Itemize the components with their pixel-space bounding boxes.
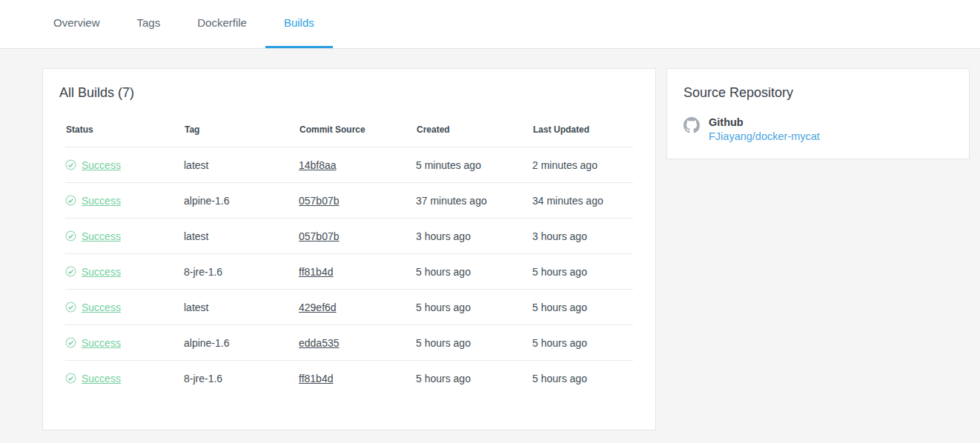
check-circle-icon <box>65 302 76 313</box>
build-created: 5 minutes ago <box>416 147 532 183</box>
commit-link[interactable]: ff81b4d <box>299 266 333 278</box>
check-circle-icon <box>65 159 76 170</box>
build-status-link[interactable]: Success <box>82 159 121 171</box>
tab-bar: Overview Tags Dockerfile Builds <box>0 0 980 49</box>
build-updated: 5 hours ago <box>532 361 633 396</box>
check-circle-icon <box>65 337 76 348</box>
build-created: 3 hours ago <box>416 219 532 254</box>
build-status-link[interactable]: Success <box>82 230 121 242</box>
check-circle-icon <box>65 266 76 277</box>
build-tag: latest <box>184 147 299 183</box>
build-created: 5 hours ago <box>416 361 532 396</box>
column-header-commit: Commit Source <box>299 124 416 147</box>
build-created: 5 hours ago <box>416 254 532 290</box>
source-repository-title: Source Repository <box>683 85 953 101</box>
source-repository-panel: Source Repository Github FJiayang/docker… <box>666 68 970 159</box>
repo-info: Github FJiayang/docker-mycat <box>709 116 820 142</box>
build-created: 5 hours ago <box>416 325 532 361</box>
check-circle-icon <box>65 195 76 206</box>
tab-builds[interactable]: Builds <box>265 0 333 48</box>
build-status-link[interactable]: Success <box>82 302 121 313</box>
repo-provider-label: Github <box>709 116 820 128</box>
repo-link[interactable]: FJiayang/docker-mycat <box>709 130 820 142</box>
build-tag: 8-jre-1.6 <box>184 361 299 396</box>
build-updated: 2 minutes ago <box>532 147 633 183</box>
github-icon <box>683 117 700 133</box>
build-updated: 5 hours ago <box>532 290 633 325</box>
tab-overview[interactable]: Overview <box>35 0 119 48</box>
table-row: Success 8-jre-1.6 ff81b4d 5 hours ago 5 … <box>65 361 633 396</box>
tab-dockerfile[interactable]: Dockerfile <box>179 0 265 48</box>
table-row: Success alpine-1.6 057b07b 37 minutes ag… <box>65 183 633 219</box>
tab-tags[interactable]: Tags <box>119 0 179 48</box>
build-updated: 3 hours ago <box>532 219 633 254</box>
column-header-status: Status <box>65 124 184 147</box>
build-updated: 5 hours ago <box>532 325 633 361</box>
build-updated: 5 hours ago <box>532 254 633 290</box>
build-status-link[interactable]: Success <box>82 373 121 384</box>
table-row: Success latest 057b07b 3 hours ago 3 hou… <box>65 219 633 254</box>
column-header-updated: Last Updated <box>532 124 633 147</box>
build-tag: latest <box>184 219 299 254</box>
build-tag: 8-jre-1.6 <box>184 254 299 290</box>
commit-link[interactable]: edda535 <box>299 337 340 349</box>
panel-title: All Builds (7) <box>59 85 639 101</box>
build-created: 5 hours ago <box>416 290 532 325</box>
column-header-tag: Tag <box>184 124 299 147</box>
commit-link[interactable]: 429ef6d <box>299 302 337 313</box>
build-status-link[interactable]: Success <box>82 195 121 207</box>
check-circle-icon <box>65 230 76 242</box>
build-tag: latest <box>184 290 299 325</box>
check-circle-icon <box>65 373 76 384</box>
table-row: Success latest 429ef6d 5 hours ago 5 hou… <box>65 290 633 325</box>
build-tag: alpine-1.6 <box>184 325 299 361</box>
build-tag: alpine-1.6 <box>184 183 299 219</box>
table-row: Success latest 14bf8aa 5 minutes ago 2 m… <box>65 147 633 183</box>
table-header-row: Status Tag Commit Source Created Last Up… <box>65 124 633 147</box>
builds-table: Status Tag Commit Source Created Last Up… <box>65 124 633 396</box>
repo-row: Github FJiayang/docker-mycat <box>683 116 953 142</box>
column-header-created: Created <box>416 124 532 147</box>
build-status-link[interactable]: Success <box>82 337 121 349</box>
commit-link[interactable]: ff81b4d <box>299 373 333 384</box>
page-content: All Builds (7) Status Tag Commit Source … <box>0 49 980 430</box>
table-row: Success 8-jre-1.6 ff81b4d 5 hours ago 5 … <box>65 254 633 290</box>
commit-link[interactable]: 057b07b <box>299 195 340 207</box>
build-created: 37 minutes ago <box>416 183 532 219</box>
commit-link[interactable]: 057b07b <box>299 230 340 242</box>
commit-link[interactable]: 14bf8aa <box>299 159 337 171</box>
build-status-link[interactable]: Success <box>82 266 121 278</box>
table-row: Success alpine-1.6 edda535 5 hours ago 5… <box>65 325 633 361</box>
build-updated: 34 minutes ago <box>532 183 633 219</box>
all-builds-panel: All Builds (7) Status Tag Commit Source … <box>42 68 656 430</box>
